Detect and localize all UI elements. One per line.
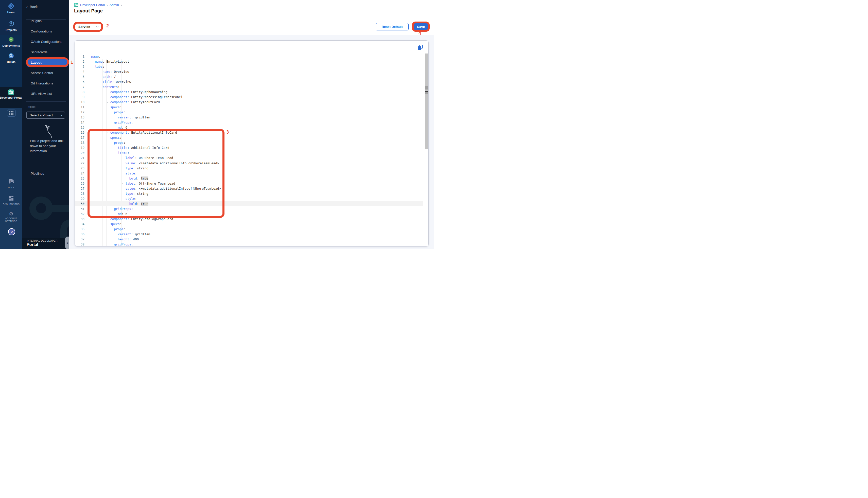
pipelines-label: Pipelines [31,172,44,175]
sidebar-item-layout[interactable]: Layout [27,58,68,67]
rail-item-projects[interactable]: Projects [0,20,22,32]
code-line[interactable]: 37 height: 400 [75,237,423,242]
sidebar-menu: PluginsConfigurationsOAuth Configuration… [22,16,69,99]
reset-default-label: Reset Default [381,25,403,29]
chevron-left-icon: ‹ [26,5,28,9]
code-line[interactable]: 33 - component: EntityCatalogGraphCard [75,217,423,222]
code-line[interactable]: 9 - component: EntityProcessingErrorsPan… [75,94,423,100]
rail-item-developer-portal-active[interactable]: Developer Portal [0,87,22,108]
save-button[interactable]: Save [413,23,429,30]
code-line[interactable]: 25 bold: true [75,176,423,181]
reset-default-button[interactable]: Reset Default [376,23,409,30]
code-line[interactable]: 11 specs: [75,104,423,109]
rail-item-dashboards[interactable]: DASHBOARDS [0,195,22,206]
copy-icon[interactable] [417,44,423,51]
svg-text:?: ? [10,180,11,182]
sidebar-collapse-button[interactable]: ◀ [65,237,69,249]
code-line[interactable]: 7 contents: [75,84,423,89]
module-grid-button[interactable] [7,109,16,117]
developer-portal-icon [8,89,14,95]
doodle-arrow-icon [41,124,52,139]
code-line[interactable]: 21 - label: On-Shore Team Lead [75,155,423,160]
project-hint-text: Pick a project and drill down to see you… [30,139,65,154]
rail-item-deployments[interactable]: ∞ Deployments [0,36,22,48]
code-line[interactable]: 13 variant: gridItem [75,115,423,120]
code-line[interactable]: 30 bold: true [75,201,423,206]
code-line[interactable]: 32 md: 6 [75,211,423,216]
layout-yaml-editor-panel: 1page:2 name: EntityLayout3 tabs:4 - nam… [75,40,429,247]
entity-type-dropdown[interactable]: Service [75,23,102,30]
code-line[interactable]: 15 md: 6 [75,125,423,130]
rail-divider [0,35,22,35]
code-line[interactable]: 14 gridProps: [75,120,423,125]
code-line[interactable]: 31 gridProps: [75,206,423,211]
scrollbar-thumb[interactable] [425,92,428,94]
code-line[interactable]: 3 tabs: [75,64,423,69]
sidebar-item-oauth-configurations[interactable]: OAuth Configurations [22,37,69,47]
dashboards-icon [8,195,14,201]
page-title: Layout Page [74,8,103,14]
rail-item-builds[interactable]: Builds [0,52,22,64]
code-line[interactable]: 16 - component: EntityAdditionalInfoCard [75,130,423,135]
scrollbar-thumb[interactable] [425,86,428,90]
rail-item-label: Builds [7,60,15,63]
sidebar-item-git-integrations[interactable]: Git Integrations [22,78,69,89]
rail-item-label: Developer Portal [0,96,22,99]
code-line[interactable]: 28 type: string [75,191,423,196]
code-line[interactable]: 17 specs: [75,135,423,140]
code-line[interactable]: 38 gridProps: [75,242,423,247]
code-line[interactable]: 5 path: / [75,74,423,79]
project-selector[interactable]: Select a Project › [26,112,65,119]
code-line[interactable]: 6 title: Overview [75,79,423,84]
rail-item-label: Home [8,11,15,14]
code-line[interactable]: 36 variant: gridItem [75,232,423,237]
breadcrumb-link-admin[interactable]: Admin [109,3,119,7]
rail-item-label: ACCOUNT SETTINGS [3,217,19,223]
sidebar-item-configurations[interactable]: Configurations [22,26,69,37]
code-line[interactable]: 27 value: <+metadata.additionalInfo.offS… [75,186,423,191]
rail-item-label: Projects [5,28,16,31]
user-avatar[interactable]: D [8,228,15,235]
sidebar-item-url-allow-list[interactable]: URL Allow List [22,89,69,99]
code-line[interactable]: 35 props: [75,227,423,232]
sidebar-item-scorecards[interactable]: Scorecards [22,47,69,57]
svg-text:∞: ∞ [10,38,12,41]
home-icon [8,2,15,10]
brand-eyebrow: INTERNAL DEVELOPER [27,239,57,242]
grid-icon [9,111,13,115]
vertical-scrollbar[interactable] [425,53,428,149]
code-line[interactable]: 8 - component: EntityOrphanWarning [75,89,423,94]
code-line[interactable]: 24 style: [75,171,423,176]
gear-icon: ⚙ [9,211,13,217]
breadcrumb-link-developer-portal[interactable]: Developer Portal [80,3,105,7]
page-header: Developer Portal › Admin › Layout Page S… [69,0,434,35]
sidebar-item-pipelines[interactable]: Pipelines [31,171,44,176]
code-line[interactable]: 34 specs: [75,222,423,227]
code-line[interactable]: 4 - name: Overview [75,69,423,74]
code-line[interactable]: 18 props: [75,140,423,145]
chevron-left-icon: ◀ [66,242,68,244]
decorative-circuit-bar [51,205,69,212]
rail-item-account-settings[interactable]: ⚙ ACCOUNT SETTINGS [0,211,22,223]
code-line[interactable]: 12 props: [75,110,423,115]
sidebar-item-access-control[interactable]: Access Control [22,68,69,78]
admin-sidebar: ‹ Back PluginsConfigurationsOAuth Config… [22,0,69,249]
code-line[interactable]: 22 value: <+metadata.additionalInfo.onSh… [75,160,423,166]
code-line[interactable]: 2 name: EntityLayout [75,59,423,64]
code-line[interactable]: 10 - component: EntityAboutCard [75,100,423,104]
back-button[interactable]: ‹ Back [26,3,38,10]
code-editor-content[interactable]: 1page:2 name: EntityLayout3 tabs:4 - nam… [75,54,423,247]
rail-item-home[interactable]: Home [0,2,22,14]
code-line[interactable]: 26 - label: Off-Shore Team Lead [75,181,423,186]
rail-item-label: HELP [8,186,14,189]
chevron-separator-icon: › [121,3,122,7]
code-line[interactable]: 20 items: [75,150,423,155]
annotation-number-4: 4 [418,31,421,36]
sidebar-item-plugins[interactable]: Plugins [22,16,69,26]
code-line[interactable]: 1page: [75,54,423,59]
rail-item-help[interactable]: ? HELP [0,179,22,189]
code-line[interactable]: 19 title: Additional Info Card [75,145,423,150]
avatar-initial: D [11,230,13,233]
code-line[interactable]: 23 type: string [75,166,423,171]
code-line[interactable]: 29 style: [75,196,423,201]
